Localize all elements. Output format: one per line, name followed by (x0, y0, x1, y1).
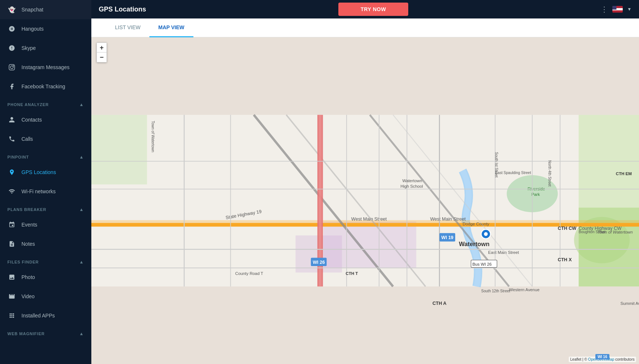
svg-text:County Road T: County Road T (235, 271, 263, 276)
sidebar-item-video[interactable]: Video (0, 287, 91, 306)
section-phone-analyzer[interactable]: PHONE ANALYZER ▲ (0, 98, 91, 110)
topbar-right: ⋮ ▼ (601, 5, 632, 14)
svg-text:Watertown: Watertown (402, 178, 422, 183)
svg-text:CTH EM: CTH EM (616, 171, 632, 176)
section-web-magnifier[interactable]: WEB MAGNIFIER ▲ (0, 327, 91, 339)
apps-icon (7, 311, 16, 320)
section-plans-breaker[interactable]: PLANS BREAKER ▲ (0, 203, 91, 215)
svg-text:Western Avenue: Western Avenue (509, 288, 540, 292)
svg-rect-0 (9, 65, 15, 70)
page-title: GPS Locations (99, 6, 146, 13)
chevron-files-finder: ▲ (79, 259, 84, 265)
svg-rect-4 (91, 115, 147, 184)
events-icon (7, 220, 16, 229)
sidebar: 👻 Snapchat Hangouts Skype Instagram Mess… (0, 0, 91, 364)
svg-point-52 (484, 232, 488, 236)
sidebar-item-facebook[interactable]: Facebook Tracking (0, 77, 91, 96)
chevron-web-magnifier: ▲ (79, 331, 84, 336)
sidebar-item-snapchat[interactable]: 👻 Snapchat (0, 0, 91, 19)
sidebar-item-notes[interactable]: Notes (0, 234, 91, 254)
svg-text:CTH CW: CTH CW (558, 226, 576, 231)
try-now-button[interactable]: TRY NOW (338, 3, 408, 16)
main-content: GPS Locations TRY NOW ⋮ ▼ LIST VIEW MAP … (91, 0, 639, 364)
contacts-icon (7, 115, 16, 124)
tab-bar: LIST VIEW MAP VIEW (91, 18, 639, 37)
instagram-icon (7, 63, 16, 72)
gps-icon (7, 168, 16, 177)
chevron-phone-analyzer: ▲ (79, 102, 84, 107)
hangouts-icon (7, 24, 16, 33)
svg-text:CTH X: CTH X (558, 257, 572, 262)
svg-text:Watertown: Watertown (459, 241, 490, 247)
svg-point-2 (13, 65, 14, 66)
zoom-in-button[interactable]: + (97, 43, 106, 52)
chevron-plans-breaker: ▲ (79, 207, 84, 212)
sidebar-item-instagram[interactable]: Instagram Messages (0, 58, 91, 77)
language-dropdown-icon[interactable]: ▼ (627, 7, 632, 12)
svg-text:WI 26: WI 26 (313, 260, 325, 265)
sidebar-item-calls[interactable]: Calls (0, 129, 91, 149)
map-svg: Riverside Park State Highway 19 West Mai… (91, 37, 639, 364)
svg-text:High School: High School (400, 184, 423, 188)
skype-icon (7, 44, 16, 52)
sidebar-item-gps-locations[interactable]: GPS Locations (0, 163, 91, 182)
chevron-pinpoint: ▲ (79, 154, 84, 160)
snapchat-icon: 👻 (7, 5, 16, 14)
zoom-out-button[interactable]: − (97, 52, 106, 62)
tab-map-view[interactable]: MAP VIEW (149, 18, 193, 37)
svg-text:WI 19: WI 19 (441, 235, 453, 240)
photo-icon (7, 273, 16, 282)
svg-text:Summit Avenue: Summit Avenue (621, 301, 639, 306)
language-flag[interactable] (612, 6, 623, 13)
sidebar-item-skype[interactable]: Skype (0, 38, 91, 58)
topbar: GPS Locations TRY NOW ⋮ ▼ (91, 0, 639, 18)
sidebar-item-wifi[interactable]: Wi-Fi networks (0, 182, 91, 201)
sidebar-item-installed-apps[interactable]: Installed APPs (0, 306, 91, 325)
content-area: LIST VIEW MAP VIEW + − (91, 18, 639, 364)
svg-text:CTH T: CTH T (346, 271, 358, 276)
sidebar-item-events[interactable]: Events (0, 215, 91, 234)
svg-text:Town of Watertown: Town of Watertown (151, 121, 155, 152)
svg-text:Bus WI 26: Bus WI 26 (472, 262, 491, 266)
svg-text:North 4th Street: North 4th Street (548, 160, 552, 187)
svg-text:CTH A: CTH A (432, 301, 446, 306)
tab-list-view[interactable]: LIST VIEW (106, 18, 149, 37)
facebook-icon (7, 82, 16, 91)
video-icon (7, 292, 16, 301)
sidebar-item-photo[interactable]: Photo (0, 268, 91, 287)
svg-text:West Main Street: West Main Street (430, 217, 466, 222)
svg-point-1 (10, 66, 13, 69)
map-area: + − (91, 37, 639, 364)
svg-text:Boughton Street: Boughton Street (579, 230, 606, 234)
more-options-icon[interactable]: ⋮ (601, 5, 608, 14)
section-pinpoint[interactable]: PINPOINT ▲ (0, 150, 91, 163)
svg-text:South 12th Street: South 12th Street (481, 289, 510, 293)
svg-text:East Spaulding Street: East Spaulding Street (495, 171, 531, 175)
map-zoom-controls: + − (97, 42, 107, 62)
sidebar-item-hangouts[interactable]: Hangouts (0, 19, 91, 38)
svg-text:Dodge County: Dodge County (463, 222, 489, 226)
calls-icon (7, 135, 16, 143)
wi16-badge: WI 16 (595, 354, 609, 360)
section-files-finder[interactable]: FILES FINDER ▲ (0, 255, 91, 268)
sidebar-item-contacts[interactable]: Contacts (0, 110, 91, 129)
wifi-icon (7, 187, 16, 196)
notes-icon (7, 239, 16, 248)
svg-text:Park: Park (531, 192, 540, 197)
